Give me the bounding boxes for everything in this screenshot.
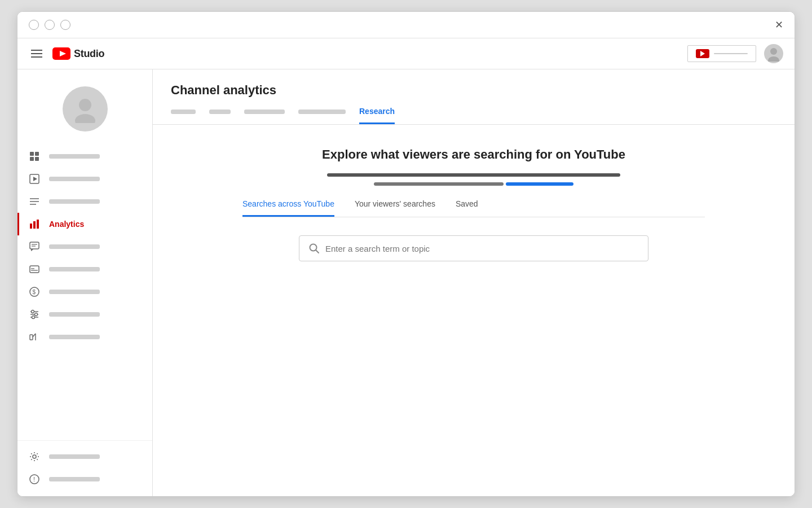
- feedback-icon: !: [29, 474, 40, 485]
- sidebar-item-comments[interactable]: [17, 235, 152, 258]
- sidebar-item-captions-label: [49, 267, 100, 271]
- comments-icon: [29, 241, 40, 252]
- svg-point-30: [35, 313, 38, 316]
- sidebar-item-comments-label: [49, 244, 100, 249]
- search-icon: [308, 243, 320, 254]
- sidebar-item-audio-label: [49, 335, 100, 339]
- tab-reach[interactable]: [209, 107, 231, 124]
- header-right: [687, 44, 783, 63]
- tab-overview[interactable]: [171, 107, 196, 124]
- sidebar-item-subtitles[interactable]: [17, 190, 152, 213]
- sidebar-item-customization[interactable]: [17, 303, 152, 326]
- sub-tab-saved[interactable]: Saved: [456, 199, 478, 217]
- sidebar-item-content-label: [49, 177, 100, 181]
- sidebar-item-analytics-label: Analytics: [49, 220, 84, 229]
- youtube-logo-icon: [52, 47, 70, 60]
- research-area: Explore what viewers are searching for o…: [153, 125, 795, 496]
- sidebar-item-customization-label: [49, 312, 100, 317]
- customization-icon: [29, 309, 40, 320]
- create-video-icon: [696, 49, 709, 58]
- svg-rect-15: [30, 224, 32, 229]
- create-button-label-bar: [714, 53, 748, 54]
- svg-text:$: $: [33, 289, 36, 295]
- header-left: Studio: [29, 47, 104, 60]
- svg-rect-17: [37, 220, 39, 229]
- window-control-1[interactable]: [29, 20, 39, 30]
- svg-point-5: [75, 114, 95, 123]
- window-controls: [29, 20, 70, 30]
- svg-point-32: [32, 316, 35, 319]
- monetization-icon: $: [29, 286, 40, 297]
- search-input[interactable]: [325, 244, 639, 253]
- svg-line-40: [316, 250, 319, 253]
- content-icon: [29, 173, 40, 185]
- svg-rect-9: [35, 157, 39, 161]
- sidebar-item-subtitles-label: [49, 199, 100, 204]
- chart-placeholder: [304, 173, 643, 186]
- tab-engagement-label: [244, 110, 285, 114]
- page-title: Channel analytics: [171, 83, 776, 98]
- sidebar-avatar-circle: [63, 86, 108, 132]
- tab-audience-label: [298, 110, 346, 114]
- close-button[interactable]: ✕: [775, 20, 783, 30]
- title-bar: ✕: [17, 12, 795, 38]
- svg-rect-16: [33, 221, 36, 229]
- svg-rect-8: [30, 157, 34, 161]
- create-button[interactable]: [687, 45, 756, 62]
- dashboard-icon: [29, 151, 40, 162]
- sidebar-item-dashboard[interactable]: [17, 145, 152, 168]
- explore-heading: Explore what viewers are searching for o…: [322, 147, 625, 162]
- sub-tab-searches-across[interactable]: Searches across YouTube: [242, 199, 334, 217]
- settings-icon: [29, 451, 40, 462]
- window-control-3[interactable]: [60, 20, 70, 30]
- svg-rect-7: [35, 152, 39, 156]
- svg-rect-22: [30, 266, 39, 273]
- svg-point-4: [79, 99, 91, 111]
- svg-point-2: [770, 48, 777, 55]
- user-avatar-icon: [766, 46, 782, 62]
- app-window: ✕ Studio: [17, 11, 795, 497]
- svg-rect-18: [30, 242, 39, 249]
- sidebar-item-captions[interactable]: [17, 258, 152, 281]
- svg-marker-11: [33, 177, 37, 181]
- tab-engagement[interactable]: [244, 107, 285, 124]
- sidebar-item-analytics[interactable]: Analytics: [17, 213, 152, 235]
- captions-icon: [29, 264, 40, 275]
- sidebar-item-monetization[interactable]: $: [17, 281, 152, 303]
- app-header: Studio: [17, 38, 795, 69]
- svg-point-29: [32, 310, 34, 313]
- sub-tab-viewer-searches[interactable]: Your viewers' searches: [355, 199, 435, 217]
- logo-text: Studio: [74, 48, 104, 60]
- logo[interactable]: Studio: [52, 47, 104, 60]
- audio-icon: [29, 331, 40, 343]
- sidebar-item-audio[interactable]: [17, 326, 152, 348]
- hamburger-line-2: [31, 53, 42, 54]
- research-sub-tabs: Searches across YouTube Your viewers' se…: [242, 199, 705, 217]
- svg-line-34: [33, 334, 36, 337]
- sidebar-item-settings[interactable]: [17, 445, 152, 468]
- tab-reach-label: [209, 110, 231, 114]
- sidebar-item-feedback[interactable]: !: [17, 468, 152, 491]
- user-avatar-button[interactable]: [764, 44, 783, 63]
- tab-audience[interactable]: [298, 107, 346, 124]
- svg-point-36: [33, 455, 36, 458]
- sidebar-nav: Analytics: [17, 145, 152, 440]
- sidebar-bottom: !: [17, 440, 152, 491]
- main-layout: Analytics: [17, 69, 795, 496]
- hamburger-button[interactable]: [29, 47, 45, 60]
- tabs-row: Research: [171, 107, 776, 124]
- analytics-icon: [29, 218, 40, 230]
- sidebar: Analytics: [17, 69, 153, 496]
- svg-rect-6: [30, 152, 34, 156]
- sidebar-item-content[interactable]: [17, 168, 152, 190]
- sidebar-item-feedback-label: [49, 477, 100, 481]
- svg-text:!: !: [33, 476, 35, 483]
- window-control-2[interactable]: [45, 20, 55, 30]
- tab-overview-label: [171, 110, 196, 114]
- tab-research[interactable]: Research: [359, 107, 395, 124]
- sidebar-item-settings-label: [49, 454, 100, 459]
- search-input-wrapper: [299, 235, 648, 261]
- svg-rect-33: [30, 335, 33, 340]
- sidebar-user-avatar: [17, 75, 152, 145]
- content-area: Channel analytics Research: [153, 69, 795, 496]
